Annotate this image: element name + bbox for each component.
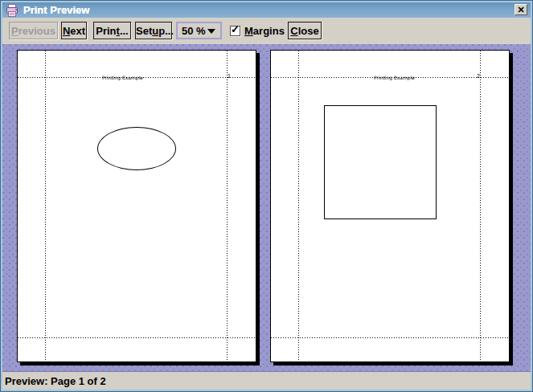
titlebar: Print Preview ✕ — [2, 2, 531, 18]
next-button[interactable]: Next — [61, 22, 87, 39]
print-preview-window: Print Preview ✕ Previous Next Print... S… — [0, 0, 533, 392]
close-button[interactable]: Close — [288, 22, 322, 39]
margin-guide-bottom — [271, 337, 509, 338]
margins-label[interactable]: Margins — [244, 25, 285, 37]
margins-check-group: ✓ Margins — [230, 22, 285, 39]
margin-guide-right — [227, 51, 228, 361]
window-title: Print Preview — [23, 4, 89, 16]
margin-guide-left — [298, 51, 299, 361]
margin-guide-right — [480, 51, 481, 361]
statusbar: Preview: Page 1 of 2 — [2, 372, 531, 390]
page-number: 2 — [477, 73, 480, 79]
page-header-text: Printing Example — [374, 75, 415, 80]
ellipse-shape — [97, 127, 176, 170]
margins-checkbox[interactable]: ✓ — [230, 26, 240, 36]
dropdown-arrow-icon — [207, 29, 215, 34]
close-icon: ✕ — [517, 5, 524, 14]
setup-button[interactable]: Setup... — [135, 22, 172, 39]
rectangle-shape — [324, 105, 437, 219]
check-icon: ✓ — [231, 24, 240, 35]
toolbar: Previous Next Print... Setup... 50 % ✓ M… — [2, 18, 531, 44]
preview-panel: Printing Example 1 Printing Example 2 — [2, 44, 531, 372]
window-close-button[interactable]: ✕ — [515, 4, 527, 15]
preview-page-2: Printing Example 2 — [270, 50, 510, 362]
status-text: Preview: Page 1 of 2 — [5, 375, 106, 387]
printer-icon — [6, 4, 18, 17]
print-button[interactable]: Print... — [93, 22, 131, 39]
page-number: 1 — [228, 73, 231, 79]
previous-button[interactable]: Previous — [9, 22, 58, 39]
page-header-text: Printing Example — [102, 75, 143, 80]
margin-guide-left — [45, 51, 46, 361]
preview-page-1: Printing Example 1 — [17, 50, 256, 362]
zoom-select[interactable]: 50 % — [176, 22, 222, 39]
margin-guide-bottom — [18, 337, 256, 338]
zoom-value: 50 % — [182, 25, 206, 37]
